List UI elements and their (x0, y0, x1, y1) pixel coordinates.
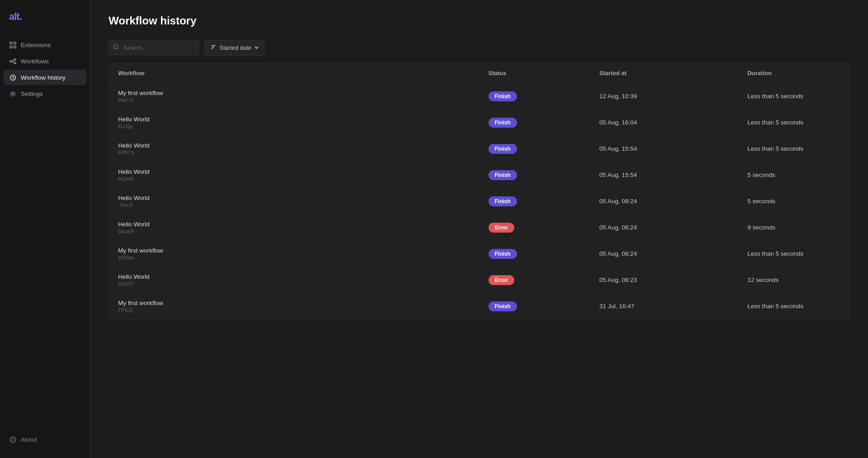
workflow-table: Workflow Status Started at Duration My f… (109, 63, 849, 319)
search-wrapper (109, 40, 199, 55)
workflow-id: TPjLQ (118, 307, 470, 313)
cell-workflow: My first workflow TPjLQ (109, 293, 479, 320)
cell-workflow: Hello World -XwcS (109, 188, 479, 215)
workflow-id: EP8TS (118, 150, 470, 155)
workflow-id: -XwcS (118, 202, 470, 208)
status-badge: Finish (489, 118, 517, 128)
cell-duration: 12 seconds (738, 267, 849, 293)
cell-status: Finish (479, 293, 591, 320)
svg-rect-1 (14, 42, 16, 44)
svg-line-7 (11, 60, 14, 61)
workflow-table-container: Workflow Status Started at Duration My f… (109, 63, 850, 320)
sidebar-footer: About (0, 425, 90, 458)
cell-started-at: 05 Aug, 15:54 (590, 136, 738, 162)
cell-started-at: 05 Aug, 08:24 (590, 215, 738, 241)
svg-point-4 (9, 60, 11, 62)
cell-status: Finish (479, 162, 591, 188)
cell-duration: Less than 5 seconds (738, 83, 849, 110)
workflow-id: 42Dba (118, 255, 470, 260)
table-row[interactable]: Hello World -XwcS Finish 05 Aug, 08:24 5… (109, 188, 849, 215)
cell-duration: Less than 5 seconds (738, 110, 849, 136)
table-row[interactable]: Hello World sQV0T Error 05 Aug, 08:23 12… (109, 267, 849, 293)
cell-duration: 5 seconds (738, 162, 849, 188)
workflow-id: 8Qod3 (118, 176, 470, 181)
col-started-at: Started at (590, 63, 738, 83)
sidebar-item-workflows-label: Workflows (21, 58, 49, 65)
svg-point-13 (13, 438, 13, 439)
workflow-name: My first workflow (118, 247, 470, 254)
workflow-name: Hello World (118, 168, 470, 175)
sidebar-nav: Extensions Workflows Work (0, 37, 90, 425)
sidebar-item-settings[interactable]: Settings (4, 86, 86, 101)
cell-workflow: Hello World EP8TS (109, 136, 479, 162)
cell-duration: Less than 5 seconds (738, 136, 849, 162)
cell-status: Finish (479, 110, 591, 136)
table-row[interactable]: My first workflow 42Dba Finish 05 Aug, 0… (109, 241, 849, 267)
toolbar: Started date (109, 40, 850, 56)
cell-started-at: 05 Aug, 16:04 (590, 110, 738, 136)
svg-point-5 (14, 58, 16, 60)
cell-workflow: My first workflow 42Dba (109, 241, 479, 267)
cell-duration: Less than 5 seconds (738, 293, 849, 320)
status-badge: Error (489, 223, 514, 233)
search-input[interactable] (109, 40, 199, 55)
cell-status: Finish (479, 188, 591, 215)
chevron-down-icon (254, 44, 259, 51)
cell-workflow: Hello World FLrQg (109, 110, 479, 136)
table-row[interactable]: Hello World 8Qod3 Finish 05 Aug, 15:54 5… (109, 162, 849, 188)
cell-status: Finish (479, 136, 591, 162)
sidebar-item-about[interactable]: About (4, 432, 86, 447)
workflow-name: My first workflow (118, 90, 470, 96)
svg-rect-3 (14, 46, 16, 48)
workflow-id: WbCV- (118, 97, 470, 103)
app-logo: alt. (0, 0, 90, 37)
cell-status: Finish (479, 83, 591, 110)
table-row[interactable]: Hello World EP8TS Finish 05 Aug, 15:54 L… (109, 136, 849, 162)
workflow-name: Hello World (118, 142, 470, 149)
status-badge: Finish (489, 301, 517, 311)
sidebar-footer-label: About (21, 436, 37, 443)
svg-point-10 (12, 93, 14, 95)
sidebar: alt. Extensions (0, 0, 90, 458)
workflow-name: Hello World (118, 273, 470, 280)
sort-icon (210, 44, 217, 52)
workflow-name: Hello World (118, 116, 470, 123)
cell-duration: 9 seconds (738, 215, 849, 241)
table-row[interactable]: Hello World DepbR Error 05 Aug, 08:24 9 … (109, 215, 849, 241)
sidebar-item-extensions[interactable]: Extensions (4, 37, 86, 52)
svg-line-8 (11, 62, 14, 62)
table-row[interactable]: My first workflow TPjLQ Finish 31 Jul, 1… (109, 293, 849, 320)
status-badge: Error (489, 275, 514, 285)
sidebar-item-workflow-history[interactable]: Workflow history (4, 70, 86, 85)
col-duration: Duration (738, 63, 849, 83)
status-badge: Finish (489, 196, 517, 206)
cell-workflow: Hello World 8Qod3 (109, 162, 479, 188)
workflow-id: FLrQg (118, 124, 470, 129)
table-header-row: Workflow Status Started at Duration (109, 63, 849, 83)
status-badge: Finish (489, 170, 517, 180)
table-row[interactable]: Hello World FLrQg Finish 05 Aug, 16:04 L… (109, 110, 849, 136)
cell-started-at: 05 Aug, 08:23 (590, 267, 738, 293)
grid-icon (9, 41, 16, 48)
status-badge: Finish (489, 91, 517, 101)
workflow-name: Hello World (118, 221, 470, 228)
sidebar-item-extensions-label: Extensions (21, 42, 51, 48)
cell-duration: Less than 5 seconds (738, 241, 849, 267)
cell-workflow: Hello World DepbR (109, 215, 479, 241)
cell-duration: 5 seconds (738, 188, 849, 215)
cell-started-at: 05 Aug, 08:24 (590, 241, 738, 267)
workflow-name: Hello World (118, 195, 470, 201)
workflow-icon (9, 57, 16, 65)
cell-status: Finish (479, 241, 591, 267)
sidebar-item-workflows[interactable]: Workflows (4, 53, 86, 69)
cell-started-at: 31 Jul, 16:47 (590, 293, 738, 320)
page-title: Workflow history (109, 14, 850, 27)
cell-status: Error (479, 215, 591, 241)
cell-status: Error (479, 267, 591, 293)
sidebar-item-workflow-history-label: Workflow history (21, 74, 66, 81)
col-status: Status (479, 63, 591, 83)
sort-button[interactable]: Started date (204, 40, 265, 56)
table-row[interactable]: My first workflow WbCV- Finish 12 Aug, 1… (109, 83, 849, 110)
svg-rect-2 (9, 46, 12, 48)
cell-workflow: Hello World sQV0T (109, 267, 479, 293)
